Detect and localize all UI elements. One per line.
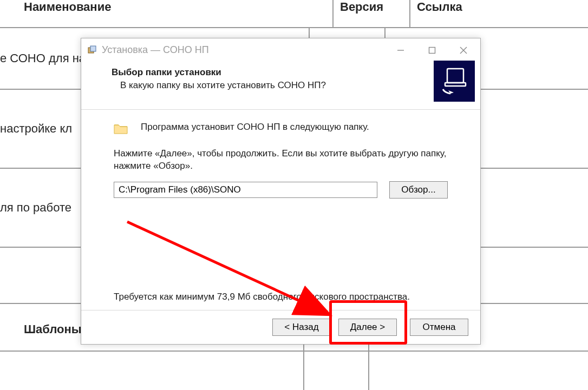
col-header-name: Наименование bbox=[0, 0, 332, 27]
templates-heading: Шаблоны bbox=[24, 322, 82, 336]
wizard-subtitle: В какую папку вы хотите установить СОНО … bbox=[112, 80, 469, 91]
col-header-version: Версия bbox=[332, 0, 409, 27]
col-header-link: Ссылка bbox=[409, 0, 498, 27]
close-button[interactable] bbox=[448, 39, 479, 61]
installer-window: Установка — СОНО НП Выбор папки установк… bbox=[81, 38, 481, 345]
disk-space-text: Требуется как минимум 73,9 Мб свободного… bbox=[114, 292, 410, 302]
cancel-button[interactable]: Отмена bbox=[410, 319, 468, 336]
svg-rect-7 bbox=[445, 83, 466, 86]
wizard-header: Выбор папки установки В какую папку вы х… bbox=[81, 62, 480, 109]
wizard-body: Программа установит СОНО НП в следующую … bbox=[81, 110, 480, 310]
next-button[interactable]: Далее > bbox=[338, 319, 397, 336]
minimize-button[interactable] bbox=[385, 39, 416, 61]
titlebar[interactable]: Установка — СОНО НП bbox=[81, 38, 480, 62]
installer-logo-icon bbox=[434, 61, 475, 102]
svg-rect-6 bbox=[447, 69, 463, 83]
wizard-title: Выбор папки установки bbox=[112, 67, 469, 78]
svg-rect-3 bbox=[429, 47, 435, 53]
browse-button[interactable]: Обзор... bbox=[389, 181, 448, 199]
svg-rect-1 bbox=[90, 46, 96, 51]
instruction-text: Нажмите «Далее», чтобы продолжить. Если … bbox=[114, 148, 448, 173]
folder-icon bbox=[114, 123, 128, 135]
table-header-row: Наименование Версия Ссылка bbox=[0, 0, 588, 28]
maximize-button[interactable] bbox=[416, 39, 448, 61]
wizard-footer: < Назад Далее > Отмена bbox=[81, 310, 480, 344]
install-path-input[interactable] bbox=[114, 182, 377, 198]
intro-text: Программа установит СОНО НП в следующую … bbox=[141, 122, 369, 133]
installer-app-icon bbox=[87, 45, 97, 56]
window-title: Установка — СОНО НП bbox=[102, 44, 385, 56]
back-button[interactable]: < Назад bbox=[272, 319, 331, 336]
horizontal-divider bbox=[0, 351, 588, 352]
